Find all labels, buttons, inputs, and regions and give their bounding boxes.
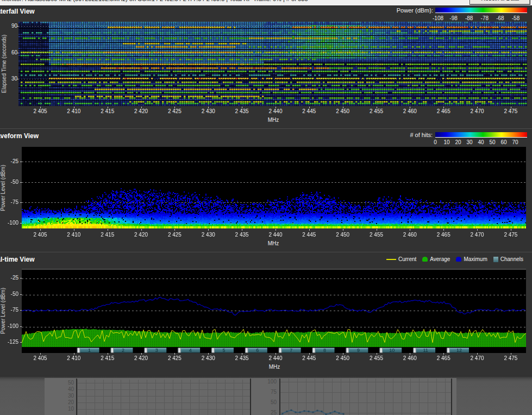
power-legend-label: Power (dBm): xyxy=(397,7,433,14)
power-tick-label: -58 xyxy=(506,15,525,21)
freq-tick-label: 2 470 xyxy=(465,355,489,361)
waveform-ytick-label: -25 xyxy=(4,158,18,164)
bottom-left-ytick-label: 30 xyxy=(59,393,74,399)
freq-tick-label: 2 410 xyxy=(62,232,86,238)
legend-maximum: Maximum xyxy=(456,256,487,262)
freq-tick-mark xyxy=(108,229,108,231)
freq-tick-mark xyxy=(410,353,410,355)
legend-average-label: Average xyxy=(430,256,450,262)
realtime-view-title: Real-time View xyxy=(0,256,34,263)
bottom-left-ytick-label: 40 xyxy=(59,386,74,392)
freq-tick-mark xyxy=(242,107,242,108)
freq-tick-mark xyxy=(511,353,511,355)
waterfall-ytick-label: 60 xyxy=(3,49,17,55)
legend-channels: Channels xyxy=(493,256,523,262)
waterfall-mhz-label: MHz xyxy=(262,117,284,123)
status-text: Monitor: Handset360-MHz (5972522102.5MHz… xyxy=(2,0,308,2)
freq-tick-mark xyxy=(74,229,74,231)
freq-tick-mark xyxy=(74,107,74,108)
freq-tick-mark xyxy=(141,229,142,231)
section-divider-1 xyxy=(0,128,532,129)
freq-tick-label: 2 460 xyxy=(398,108,422,114)
hits-tick-label: 70 xyxy=(506,139,524,145)
freq-tick-label: 2 470 xyxy=(465,232,489,238)
realtime-ytick-label: -100 xyxy=(4,323,18,329)
freq-tick-label: 2 415 xyxy=(96,108,120,114)
freq-tick-mark xyxy=(477,353,478,355)
freq-tick-label: 2 425 xyxy=(162,232,186,238)
legend-current: Current xyxy=(386,256,416,262)
freq-tick-label: 2 455 xyxy=(365,355,389,361)
freq-tick-label: 2 455 xyxy=(365,108,389,114)
waveform-ytick-label: -50 xyxy=(4,179,18,185)
waveform-ytick-mark xyxy=(20,182,22,183)
hits-colorbar xyxy=(435,132,527,138)
freq-tick-label: 2 445 xyxy=(297,108,321,114)
freq-tick-mark xyxy=(174,107,175,108)
realtime-ytick-mark xyxy=(20,326,22,327)
freq-tick-mark xyxy=(443,353,444,355)
freq-tick-label: 2 410 xyxy=(62,108,86,114)
status-bar: Monitor: Handset360-MHz (5972522102.5MHz… xyxy=(0,0,532,6)
reset-data-button[interactable]: Reset All Data xyxy=(470,0,530,4)
freq-tick-mark xyxy=(108,107,108,108)
spectrum-analyzer-app: Monitor: Handset360-MHz (5972522102.5MHz… xyxy=(0,0,532,415)
freq-tick-mark xyxy=(174,353,175,355)
freq-tick-mark xyxy=(309,229,310,231)
freq-tick-label: 2 475 xyxy=(499,232,523,238)
waveform-canvas[interactable] xyxy=(22,147,526,228)
realtime-ytick-label: -25 xyxy=(4,275,18,281)
freq-tick-mark xyxy=(343,107,343,108)
waveform-ytick-label: -75 xyxy=(4,199,18,205)
freq-tick-mark xyxy=(208,107,209,108)
bottom-right-ytick-label: 50 xyxy=(261,399,277,405)
freq-tick-mark xyxy=(40,353,41,355)
freq-tick-mark xyxy=(477,229,478,231)
waveform-ytick-label: -100 xyxy=(4,220,18,226)
freq-tick-label: 2 445 xyxy=(297,232,321,238)
waterfall-ytick-label: 30 xyxy=(3,76,17,82)
realtime-ytick-label: -125 xyxy=(4,339,18,345)
bottom-left-ytick-label: 50 xyxy=(59,380,74,386)
freq-tick-label: 2 470 xyxy=(465,108,489,114)
freq-tick-label: 2 425 xyxy=(162,108,186,114)
section-divider-2 xyxy=(0,252,532,252)
legend-channels-label: Channels xyxy=(500,256,523,262)
waterfall-canvas[interactable] xyxy=(18,22,527,106)
hits-legend-label: # of hits: xyxy=(410,132,433,138)
realtime-ytick-mark xyxy=(20,342,22,343)
freq-tick-mark xyxy=(242,353,242,355)
realtime-ytick-mark xyxy=(20,278,22,278)
realtime-legend: Current Average Maximum Channels xyxy=(386,256,523,262)
freq-tick-label: 2 435 xyxy=(230,232,254,238)
freq-tick-label: 2 465 xyxy=(431,108,455,114)
waveform-view-title: Waveform View xyxy=(0,132,39,140)
realtime-canvas[interactable] xyxy=(22,269,526,353)
maximum-swatch xyxy=(456,257,461,262)
freq-tick-label: 2 440 xyxy=(264,108,287,114)
freq-tick-mark xyxy=(40,229,41,231)
freq-tick-mark xyxy=(343,229,343,231)
bottom-right-line-canvas xyxy=(280,378,452,415)
freq-tick-label: 2 415 xyxy=(96,355,120,361)
realtime-ytick-label: -75 xyxy=(4,307,18,313)
waterfall-ytick-mark xyxy=(17,53,18,53)
freq-tick-label: 2 410 xyxy=(62,355,86,361)
waveform-ytick-mark xyxy=(20,223,22,224)
freq-tick-label: 2 435 xyxy=(230,108,254,114)
freq-tick-mark xyxy=(477,107,478,108)
freq-tick-label: 2 420 xyxy=(129,232,153,238)
freq-tick-mark xyxy=(443,107,444,108)
freq-tick-mark xyxy=(377,353,377,355)
bottom-left-ytick-label: 10 xyxy=(59,406,74,412)
legend-average: Average xyxy=(422,256,450,262)
freq-tick-label: 2 435 xyxy=(230,355,254,361)
freq-tick-label: 2 430 xyxy=(196,108,220,114)
freq-tick-mark xyxy=(410,229,410,231)
freq-tick-mark xyxy=(309,107,310,108)
freq-tick-label: 2 405 xyxy=(28,232,52,238)
freq-tick-mark xyxy=(174,229,175,231)
realtime-ytick-label: -50 xyxy=(4,291,18,297)
freq-tick-label: 2 450 xyxy=(331,108,355,114)
freq-tick-label: 2 430 xyxy=(196,232,220,238)
